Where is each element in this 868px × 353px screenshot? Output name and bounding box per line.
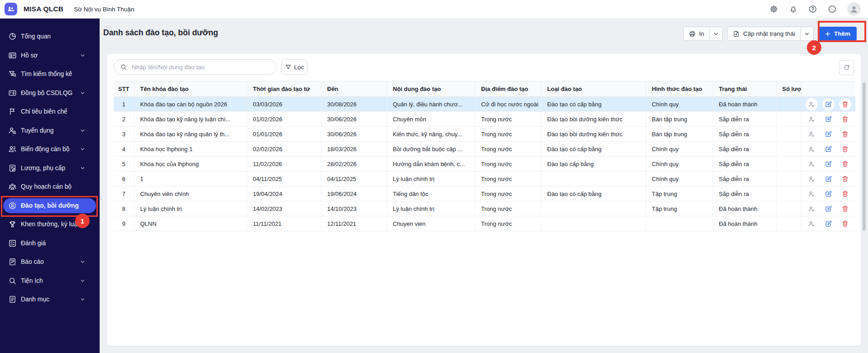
cell-content: Lý luận chính trị — [387, 201, 475, 216]
table-row[interactable]: 3Khóa đào tạo kỹ năng quản lý th...01/01… — [114, 127, 855, 142]
add-participant-button[interactable] — [806, 218, 818, 230]
add-participant-button[interactable] — [806, 113, 818, 125]
user-avatar[interactable] — [847, 2, 861, 16]
people-group-icon — [8, 182, 17, 191]
print-dropdown-button[interactable] — [710, 27, 722, 40]
cell-actions — [801, 186, 855, 201]
print-button[interactable]: In — [684, 27, 709, 40]
sidebar-item-label: Tìm kiếm thống kê — [21, 71, 72, 77]
sidebar-item-tong-quan[interactable]: Tổng quan — [0, 27, 100, 46]
chevron-down-icon — [80, 146, 86, 152]
notifications-icon[interactable] — [789, 5, 798, 14]
edit-row-button[interactable] — [822, 158, 834, 170]
table-row[interactable]: 1Khóa đào tạo cán bộ nguồn 202603/03/202… — [114, 97, 855, 112]
delete-row-button[interactable] — [839, 143, 851, 155]
add-participant-button[interactable] — [806, 98, 818, 110]
doc-pencil-icon — [8, 164, 17, 172]
cell-name: Lý luận chính trị — [134, 201, 247, 216]
delete-row-button[interactable] — [839, 113, 851, 125]
sidebar-item-tim-kiem-thong-ke[interactable]: Tìm kiếm thống kê — [0, 65, 100, 84]
sidebar-item-dong-bo-csdlqg[interactable]: Đồng bộ CSDLQG — [0, 84, 100, 103]
edit-row-button[interactable] — [822, 203, 834, 215]
table-row[interactable]: 2Khóa đào tạo kỹ năng lý luận chí...01/0… — [114, 112, 855, 127]
edit-row-button[interactable] — [822, 98, 834, 110]
sidebar-item-danh-gia[interactable]: Đánh giá — [0, 234, 100, 253]
delete-row-button[interactable] — [839, 98, 851, 110]
delete-row-button[interactable] — [839, 158, 851, 170]
funnel-search-icon — [8, 70, 17, 78]
cell-name: Chuyên viên chính — [134, 186, 247, 201]
cell-status: Đã hoàn thành — [713, 97, 776, 112]
sidebar-item-ho-so[interactable]: Hồ sơ — [0, 46, 100, 65]
content-card: Lọc STTTên khóa đào tạoThời gian đào tạo… — [106, 53, 861, 346]
cell-location: Trong nước — [475, 112, 541, 127]
cell-actions — [801, 157, 855, 172]
add-participant-button[interactable] — [806, 203, 818, 215]
delete-row-button[interactable] — [839, 128, 851, 140]
vertical-scrollbar[interactable] — [863, 82, 866, 231]
table-row[interactable]: 6104/11/202504/11/2025Lý luận chính trịT… — [114, 172, 855, 186]
edit-row-button[interactable] — [822, 128, 834, 140]
organization-name: Sở Nội vụ Bình Thuận — [74, 6, 134, 13]
sidebar-item-label: Danh mục — [21, 296, 49, 303]
more-options-icon[interactable] — [828, 5, 837, 14]
sidebar-item-dao-tao-boi-duong[interactable]: Đào tạo, bồi dưỡng — [3, 198, 96, 214]
add-participant-button[interactable] — [806, 173, 818, 185]
sidebar-item-bao-cao[interactable]: Báo cáo — [0, 253, 100, 272]
edit-row-button[interactable] — [822, 173, 834, 185]
edit-row-button[interactable] — [822, 218, 834, 230]
sidebar-item-quy-hoach-can-bo[interactable]: Quy hoạch cán bộ — [0, 177, 100, 196]
delete-row-button[interactable] — [839, 203, 851, 215]
update-status-dropdown-button[interactable] — [801, 27, 813, 40]
table-row[interactable]: 7Chuyên viên chính19/04/202419/06/2024Ti… — [114, 186, 855, 201]
delete-row-button[interactable] — [839, 173, 851, 185]
chevron-down-icon — [80, 296, 86, 302]
table-row[interactable]: 5Khóa học của lhphong11/02/202628/02/202… — [114, 157, 855, 172]
table-row[interactable]: 4Khóa học lhphong 102/02/202618/03/2026B… — [114, 142, 855, 157]
table-row[interactable]: 9QLNN11/11/202112/11/2021Chuyen vienTron… — [114, 216, 855, 231]
person-icon — [849, 4, 859, 14]
delete-row-button[interactable] — [839, 188, 851, 200]
sidebar-item-tuyen-dung[interactable]: Tuyển dụng — [0, 121, 100, 140]
sidebar-item-bien-dong-can-bo[interactable]: Biến động cán bộ — [0, 140, 100, 159]
search-input[interactable] — [131, 63, 276, 71]
delete-row-button[interactable] — [839, 218, 851, 230]
edit-row-button[interactable] — [822, 188, 834, 200]
table-row[interactable]: 8Lý luận chính trị14/02/202314/10/2023Lý… — [114, 201, 855, 216]
add-participant-button[interactable] — [806, 143, 818, 155]
trash-icon — [841, 190, 849, 198]
app-logo[interactable] — [5, 3, 17, 15]
update-status-button-group: Cập nhật trạng thái — [727, 27, 814, 41]
page-title: Danh sách đào tạo, bồi dưỡng — [103, 28, 218, 38]
settings-icon[interactable] — [769, 5, 778, 14]
add-participant-button[interactable] — [806, 188, 818, 200]
training-table-wrap: STTTên khóa đào tạoThời gian đào tạo từĐ… — [114, 81, 855, 231]
refresh-button[interactable] — [839, 60, 854, 75]
edit-row-button[interactable] — [822, 113, 834, 125]
refresh-icon — [843, 64, 850, 72]
edit-row-button[interactable] — [822, 143, 834, 155]
cell-status: Sắp diễn ra — [713, 142, 776, 157]
sidebar-item-tien-ich[interactable]: Tiện ích — [0, 272, 100, 291]
chevron-down-icon — [80, 165, 86, 171]
update-status-button[interactable]: Cập nhật trạng thái — [728, 27, 800, 40]
sidebar-item-label: Quy hoạch cán bộ — [21, 183, 72, 190]
user-plus-icon — [808, 175, 815, 183]
cell-content: Chuyen vien — [387, 216, 475, 231]
sidebar-item-label: Đào tạo, bồi dưỡng — [21, 202, 79, 209]
cell-quantity — [776, 186, 801, 201]
chevron-down-icon — [80, 259, 86, 265]
add-participant-button[interactable] — [806, 158, 818, 170]
sidebar-item-danh-muc[interactable]: Danh mục — [0, 290, 100, 309]
add-participant-button[interactable] — [806, 128, 818, 140]
pencil-square-icon — [825, 205, 832, 213]
cell-actions — [801, 112, 855, 127]
help-icon[interactable] — [808, 5, 817, 14]
pencil-square-icon — [825, 130, 832, 138]
sidebar-item-chi-tieu-bien-che[interactable]: Chỉ tiêu biên chế — [0, 102, 100, 121]
filter-button[interactable]: Lọc — [281, 59, 307, 75]
cell-name: 1 — [134, 172, 247, 186]
add-button[interactable]: Thêm — [818, 27, 857, 41]
person-search-icon — [8, 126, 17, 135]
sidebar-item-luong-phu-cap[interactable]: Lương, phụ cấp — [0, 159, 100, 178]
